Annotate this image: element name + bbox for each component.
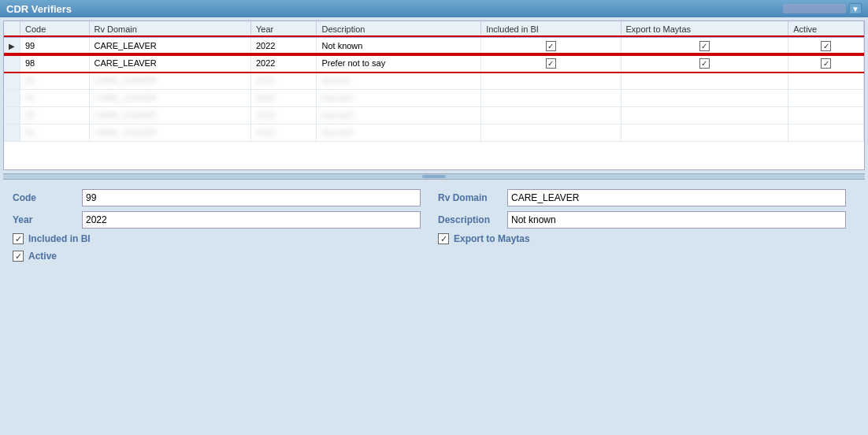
included-in-bi-cell	[481, 54, 621, 72]
rv-domain-input[interactable]	[507, 189, 846, 206]
description-cell: blurred4	[317, 124, 481, 141]
table-row[interactable]: 35CARE_LEAVER2022blurred3	[4, 106, 864, 124]
active-checkbox[interactable]	[13, 251, 24, 262]
export-to-maytas-cell	[621, 37, 788, 54]
export-to-maytas-grid-checkbox[interactable]	[699, 58, 710, 69]
code-input[interactable]	[82, 189, 421, 206]
year-cell: 2022	[250, 37, 316, 54]
window-title: CDR Verifiers	[6, 3, 72, 15]
row-arrow-icon: ▶	[9, 42, 15, 50]
code-cell: 98	[20, 54, 90, 72]
included-in-bi-grid-checkbox[interactable]	[546, 41, 556, 51]
description-input[interactable]	[507, 211, 846, 229]
description-cell: blurred3	[317, 106, 481, 124]
divider-handle	[422, 175, 446, 178]
included-in-bi-cell	[481, 72, 621, 89]
export-to-maytas-cell	[621, 106, 788, 124]
table-row[interactable]: ▶99CARE_LEAVER2022Not known	[4, 37, 864, 54]
included-in-bi-cell	[481, 124, 621, 141]
included-in-bi-label: Included in BI	[28, 233, 91, 244]
grid-body: ▶99CARE_LEAVER2022Not known98CARE_LEAVER…	[4, 37, 864, 141]
included-in-bi-cell	[481, 106, 621, 124]
year-cell: 2022	[250, 124, 316, 141]
resize-divider[interactable]	[3, 173, 865, 180]
year-form-row: Year	[13, 211, 430, 229]
included-in-bi-checkbox[interactable]	[13, 233, 24, 244]
title-bar-grip	[783, 4, 846, 13]
table-row[interactable]: 83CARE_LEAVER2022blurred	[4, 72, 864, 89]
active-row: Active	[13, 251, 91, 262]
checkboxes-area: Included in BI Active	[13, 233, 430, 265]
detail-form: Code Year Included in BI	[13, 189, 855, 265]
form-right-column: Rv Domain Description Export to Maytas	[430, 189, 855, 265]
included-in-bi-grid-checkbox[interactable]	[546, 58, 556, 69]
export-to-maytas-checkbox[interactable]	[438, 233, 449, 244]
table-row[interactable]: 42CARE_LEAVER2022blurred2	[4, 89, 864, 106]
year-cell: 2022	[250, 106, 316, 124]
selector-col-header	[4, 21, 20, 37]
code-cell: 35	[20, 106, 90, 124]
year-cell: 2022	[250, 89, 316, 106]
code-cell: 42	[20, 89, 90, 106]
export-to-maytas-grid-checkbox[interactable]	[699, 41, 710, 51]
row-selector-cell	[4, 54, 20, 72]
export-to-maytas-cell	[621, 72, 788, 89]
active-grid-checkbox[interactable]	[821, 41, 831, 51]
rv-domain-cell: CARE_LEAVER	[89, 89, 250, 106]
description-form-row: Description	[438, 211, 855, 229]
description-col-header: Description	[317, 21, 481, 37]
row-selector-cell	[4, 124, 20, 141]
active-cell	[788, 106, 864, 124]
year-cell: 2022	[250, 72, 316, 89]
active-cell	[788, 72, 864, 89]
rv-domain-cell: CARE_LEAVER	[89, 72, 250, 89]
export-to-maytas-cell	[621, 54, 788, 72]
included-in-bi-row: Included in BI	[13, 233, 91, 244]
active-label: Active	[28, 251, 57, 262]
grid-section: Code Rv Domain Year Description Included…	[3, 20, 865, 170]
cdr-verifiers-window: CDR Verifiers ▼ Code Rv Domain Year Desc…	[0, 0, 868, 435]
rv-domain-label: Rv Domain	[438, 192, 501, 203]
rv-domain-cell: CARE_LEAVER	[89, 106, 250, 124]
active-col-header: Active	[788, 21, 864, 37]
active-cell	[788, 89, 864, 106]
code-cell: 99	[20, 37, 90, 54]
rv-domain-cell: CARE_LEAVER	[89, 124, 250, 141]
export-to-maytas-cell	[621, 124, 788, 141]
row-selector-cell: ▶	[4, 37, 20, 54]
row-selector-cell	[4, 106, 20, 124]
row-selector-cell	[4, 72, 20, 89]
detail-section: Code Year Included in BI	[3, 183, 865, 432]
included-in-bi-cell	[481, 37, 621, 54]
active-cell	[788, 124, 864, 141]
title-bar: CDR Verifiers ▼	[0, 0, 868, 17]
description-cell: Not known	[317, 37, 481, 54]
rv-domain-col-header: Rv Domain	[89, 21, 250, 37]
rv-domain-cell: CARE_LEAVER	[89, 54, 250, 72]
table-row[interactable]: 52CARE_LEAVER2022blurred4	[4, 124, 864, 141]
year-input[interactable]	[82, 211, 421, 229]
title-bar-controls: ▼	[783, 3, 862, 14]
rv-domain-cell: CARE_LEAVER	[89, 37, 250, 54]
year-col-header: Year	[250, 21, 316, 37]
content-area: Code Rv Domain Year Description Included…	[0, 17, 868, 435]
data-grid: Code Rv Domain Year Description Included…	[4, 21, 864, 142]
included-in-bi-cell	[481, 89, 621, 106]
export-to-maytas-label: Export to Maytas	[454, 233, 530, 244]
description-cell: Prefer not to say	[317, 54, 481, 72]
table-row[interactable]: 98CARE_LEAVER2022Prefer not to say	[4, 54, 864, 72]
description-label: Description	[438, 214, 501, 225]
code-label: Code	[13, 192, 76, 203]
row-selector-cell	[4, 89, 20, 106]
description-cell: blurred2	[317, 89, 481, 106]
grid-header-row: Code Rv Domain Year Description Included…	[4, 21, 864, 37]
export-to-maytas-col-header: Export to Maytas	[621, 21, 788, 37]
minimize-button[interactable]: ▼	[849, 3, 862, 14]
year-cell: 2022	[250, 54, 316, 72]
code-cell: 52	[20, 124, 90, 141]
rv-domain-form-row: Rv Domain	[438, 189, 855, 206]
checkbox-group-left: Included in BI Active	[13, 233, 91, 265]
code-form-row: Code	[13, 189, 430, 206]
active-cell	[788, 37, 864, 54]
active-grid-checkbox[interactable]	[821, 58, 831, 69]
